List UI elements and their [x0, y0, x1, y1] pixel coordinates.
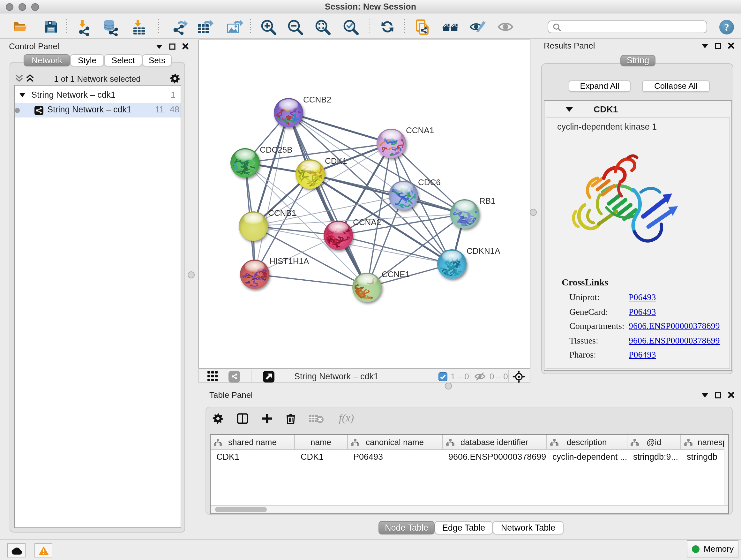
tab-select[interactable]: Select [104, 54, 142, 66]
selected-checkbox-icon[interactable] [439, 372, 448, 381]
column-header-database-identifier[interactable]: database identifier [443, 435, 547, 449]
export-network-button[interactable] [171, 18, 188, 36]
import-table-from-file-button[interactable] [130, 18, 147, 36]
crosshair-icon[interactable] [513, 370, 525, 383]
table-cell[interactable]: stringdb [681, 452, 728, 462]
refresh-button[interactable] [379, 18, 396, 36]
gene-result-header[interactable]: CDK1 [544, 101, 731, 118]
table-vertical-scrollbar[interactable] [724, 435, 728, 513]
network-options-gear-icon[interactable] [170, 73, 180, 84]
table-horizontal-scrollbar[interactable] [211, 505, 728, 513]
network-node-RB1[interactable]: RB1 [450, 196, 495, 230]
table-cell[interactable]: CDK1 [211, 452, 295, 462]
import-network-from-database-button[interactable] [102, 18, 119, 36]
network-canvas[interactable]: CCNB2CCNA1CDC25BCDK1CDC6RB1CCNB1CCNA2CDK… [199, 40, 530, 368]
collection-count: 1 [171, 90, 176, 100]
results-panel-close-icon[interactable] [728, 42, 735, 49]
export-image-button[interactable] [225, 18, 243, 36]
network-node-CDKN1A[interactable]: CDKN1A [437, 246, 500, 285]
zoom-in-button[interactable] [259, 18, 277, 36]
network-collection-row[interactable]: String Network – cdk1 1 [15, 88, 181, 103]
expand-all-button[interactable]: Expand All [569, 80, 630, 92]
table-cell[interactable]: stringdb:9... [627, 452, 681, 462]
table-cell[interactable]: P06493 [347, 452, 443, 462]
tab-string-label: String [627, 56, 650, 65]
grid-view-icon[interactable] [207, 371, 218, 382]
crosslink-link[interactable]: 9606.ENSP00000378699 [629, 335, 720, 346]
left-splitter-handle[interactable] [188, 271, 195, 278]
hidden-eye-icon[interactable] [474, 372, 486, 381]
table-options-gear-icon[interactable] [212, 413, 223, 424]
column-header-label: shared name [211, 437, 294, 447]
function-builder-icon[interactable]: f(x) [339, 412, 354, 425]
show-columns-icon[interactable] [237, 413, 248, 424]
cloud-status-button[interactable] [7, 543, 25, 557]
hide-selected-button[interactable] [469, 18, 487, 36]
import-network-from-file-button[interactable] [74, 18, 92, 36]
right-splitter-handle[interactable] [530, 209, 537, 216]
delete-column-icon[interactable] [286, 413, 295, 424]
tab-string[interactable]: String [620, 55, 656, 66]
crosslink-link[interactable]: P06493 [629, 350, 656, 360]
zoom-fit-button[interactable] [313, 18, 331, 36]
tab-network-table[interactable]: Network Table [493, 521, 563, 535]
help-button[interactable]: ? [718, 18, 735, 36]
gene-collapse-icon[interactable] [565, 107, 573, 112]
network-node-CCNE1[interactable]: CCNE1 [351, 269, 410, 312]
copy-network-view-button[interactable] [414, 18, 431, 36]
first-neighbors-button[interactable] [442, 18, 460, 36]
crosslink-link[interactable]: P06493 [629, 293, 656, 303]
tab-style[interactable]: Style [70, 54, 104, 66]
table-panel-menu-icon[interactable] [701, 392, 709, 397]
clear-table-icon[interactable] [309, 414, 324, 423]
network-node-CDK1[interactable]: CDK1 [294, 156, 347, 192]
node-label-CCNA2: CCNA2 [353, 217, 381, 227]
table-cell[interactable]: cyclin-dependent ... [547, 452, 627, 462]
table-cell[interactable]: CDK1 [295, 452, 347, 462]
crosslink-link[interactable]: P06493 [629, 307, 656, 317]
table-row[interactable]: CDK1CDK1P064939606.ENSP00000378699cyclin… [211, 449, 728, 464]
control-panel-close-icon[interactable] [182, 43, 189, 50]
scrollbar-thumb[interactable] [215, 507, 267, 512]
column-header-shared-name[interactable]: shared name [211, 435, 295, 449]
results-panel-float-icon[interactable] [715, 43, 721, 49]
tab-sets[interactable]: Sets [142, 54, 172, 66]
open-session-button[interactable] [11, 18, 29, 36]
crosslink-link[interactable]: 9606.ENSP00000378699 [629, 321, 720, 331]
tab-network[interactable]: Network [23, 54, 70, 66]
show-all-button[interactable] [496, 18, 515, 36]
collapse-all-button[interactable]: Collapse All [642, 80, 710, 92]
node-label-CDC25B: CDC25B [260, 145, 293, 154]
search-input[interactable] [563, 22, 703, 32]
warning-status-button[interactable] [35, 543, 52, 557]
tab-edge-table[interactable]: Edge Table [434, 521, 493, 535]
collection-expand-icon[interactable] [19, 92, 25, 98]
network-row-selected[interactable]: String Network – cdk1 11 48 [15, 103, 181, 118]
zoom-out-button[interactable] [286, 18, 304, 36]
network-node-HIST1H1A[interactable]: HIST1H1A [240, 256, 309, 291]
control-panel-float-icon[interactable] [169, 43, 176, 50]
column-header--id[interactable]: @id [627, 435, 681, 449]
save-session-button[interactable] [42, 18, 60, 36]
zoom-selected-button[interactable] [341, 18, 359, 36]
tab-node-table[interactable]: Node Table [379, 521, 434, 535]
table-panel-title: Table Panel [209, 390, 253, 400]
table-panel-close-icon[interactable] [728, 391, 735, 398]
table-cell[interactable]: 9606.ENSP00000378699 [443, 452, 547, 462]
column-header-name[interactable]: name [295, 435, 347, 449]
results-panel-menu-icon[interactable] [701, 43, 709, 48]
column-header-namespace[interactable]: namespace [681, 435, 728, 449]
crosslink-label: GeneCard: [569, 307, 608, 317]
memory-button[interactable]: Memory [687, 540, 738, 557]
control-panel-menu-icon[interactable] [156, 44, 163, 49]
birds-eye-view-button[interactable] [228, 371, 240, 382]
column-header-canonical-name[interactable]: canonical name [347, 435, 443, 449]
help-icon: ? [718, 19, 734, 35]
table-panel-float-icon[interactable] [715, 392, 721, 398]
add-column-icon[interactable] [262, 413, 273, 424]
bottom-splitter-handle[interactable] [445, 382, 452, 389]
export-table-button[interactable] [196, 18, 214, 36]
main-area: Control Panel Network Style Select Sets … [0, 39, 741, 539]
export-view-button[interactable] [263, 371, 274, 382]
column-header-description[interactable]: description [547, 435, 627, 449]
